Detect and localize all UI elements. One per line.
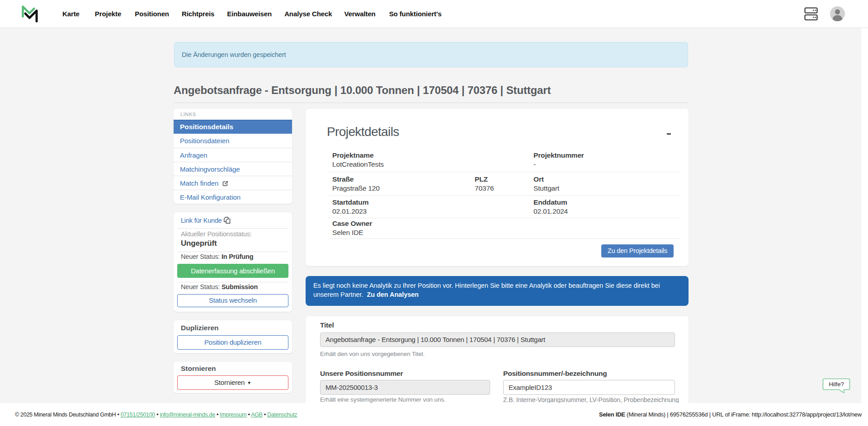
svg-text:Hilfe?: Hilfe? — [829, 381, 844, 388]
